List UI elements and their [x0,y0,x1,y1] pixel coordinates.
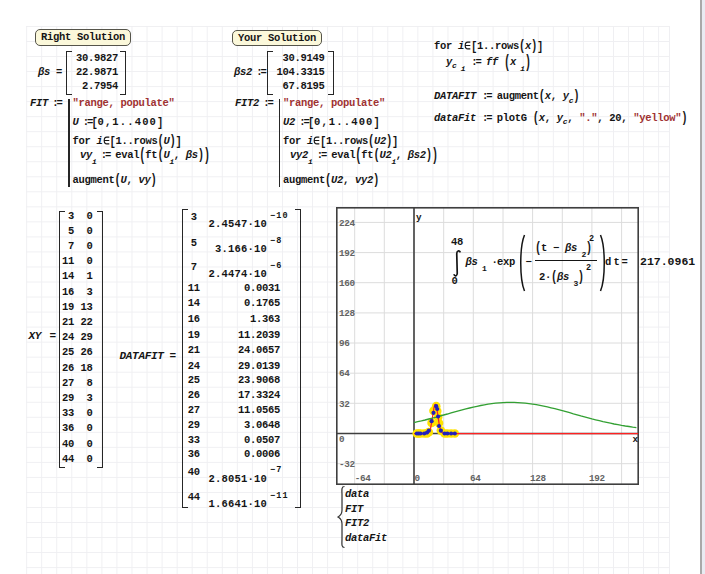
svg-text:128: 128 [529,473,546,484]
svg-text:64: 64 [339,368,350,379]
svg-text:160: 160 [339,277,356,288]
svg-text:0: 0 [339,433,345,444]
svg-text:192: 192 [588,473,605,484]
svg-text:0: 0 [414,473,420,484]
svg-text:128: 128 [339,308,356,319]
svg-text:-32: -32 [339,458,356,469]
svg-text:x: x [632,433,638,444]
svg-text:192: 192 [339,247,356,258]
svg-text:32: 32 [339,398,350,409]
svg-text:96: 96 [339,338,350,349]
svg-text:64: 64 [469,473,480,484]
svg-text:224: 224 [339,217,356,228]
svg-text:y: y [416,212,422,223]
svg-text:-64: -64 [354,473,371,484]
